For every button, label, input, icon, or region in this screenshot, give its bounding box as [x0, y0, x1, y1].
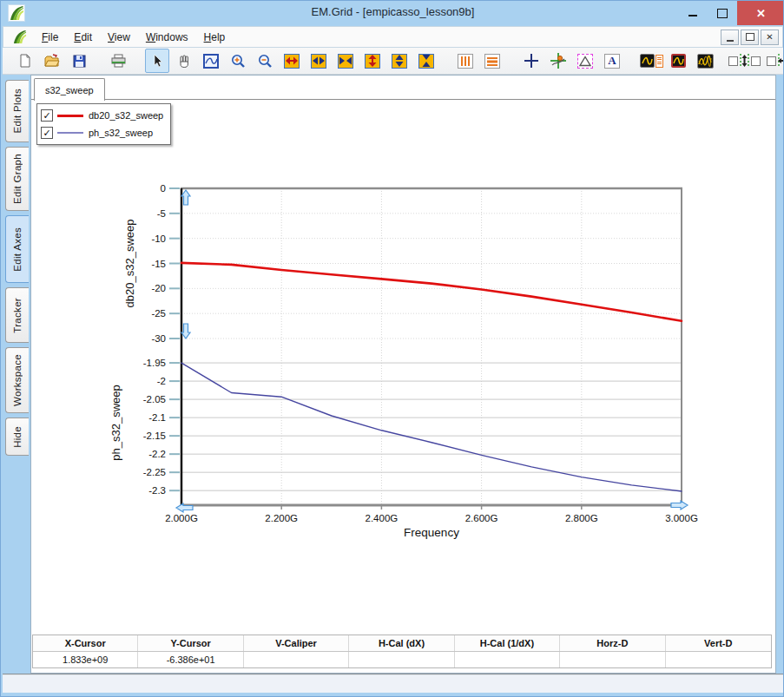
delta-marker-button[interactable]	[573, 49, 597, 73]
maximize-button[interactable]	[708, 1, 737, 25]
legend-line-sample	[57, 132, 83, 134]
y-tick-label: -2	[157, 376, 166, 386]
mdi-window-controls: ✕	[721, 30, 779, 45]
sidebar-tab-label: Tracker	[12, 298, 23, 333]
new-document-button[interactable]	[13, 49, 37, 73]
collapse-vertical-button[interactable]	[414, 49, 438, 73]
y-tick-label: -5	[157, 208, 166, 219]
legend-item-db20_s32_sweep: ✓db20_s32_sweep	[41, 107, 163, 124]
x-tick-label: 2.400G	[366, 513, 399, 523]
close-icon: ✕	[756, 7, 766, 20]
mdi-minimize-button[interactable]	[721, 30, 739, 45]
axis-handle-y-middle[interactable]	[181, 324, 190, 339]
mdi-close-icon: ✕	[766, 32, 773, 42]
cursor-col-value	[349, 652, 454, 667]
tab-label: s32_sweep	[45, 85, 94, 95]
pan-hand-button[interactable]	[172, 49, 196, 73]
y-tick-label: -2.2	[148, 449, 166, 459]
x-axis-title: Frequency	[404, 526, 459, 539]
expand-vertical-button[interactable]	[360, 49, 385, 73]
cursor-col-value: -6.386e+01	[138, 652, 243, 667]
y-tick-label: -25	[151, 308, 166, 319]
print-button[interactable]	[106, 49, 130, 73]
y-tick-label: -20	[151, 283, 166, 293]
menu-view[interactable]: View	[100, 29, 138, 46]
zoom-out-button[interactable]	[253, 49, 277, 73]
y-tick-label: -2.05	[143, 394, 166, 404]
cursor-col-header: Horz-D	[560, 635, 665, 651]
sidebar-tab-label: Edit Graph	[12, 154, 23, 204]
y-tick-label: -2.25	[143, 467, 166, 477]
axis-handle-x-right[interactable]	[671, 501, 688, 510]
spread-vertical-button[interactable]	[387, 49, 412, 73]
cursor-col-header: V-Caliper	[244, 635, 349, 651]
mdi-minimize-icon	[727, 40, 734, 42]
sidebar-tab-edit-plots[interactable]: Edit Plots	[5, 80, 29, 142]
app-leaf-icon-small	[12, 30, 27, 44]
zoom-region-button[interactable]	[199, 49, 223, 73]
menu-file[interactable]: File	[34, 29, 66, 46]
legend-item-ph_s32_sweep: ✓ph_s32_sweep	[41, 124, 163, 141]
app-window: EM.Grid - [empicasso_lesson9b] ✕ FileEdi…	[0, 0, 784, 697]
text-annotation-button[interactable]: A	[600, 49, 624, 73]
cursor-col-value	[560, 652, 665, 667]
plot-chart: 0-5-10-15-20-25-30db20_s32_sweep-1.95-2-…	[33, 99, 776, 585]
legend-line-sample	[57, 115, 83, 117]
sidebar-tab-workspace[interactable]: Workspace	[5, 347, 29, 413]
x-tick-label: 2.200G	[265, 513, 298, 523]
sidebar-tab-tracker[interactable]: Tracker	[5, 287, 29, 343]
cursor-col-value	[666, 652, 771, 667]
y-tick-label: -15	[151, 259, 166, 269]
x-tick-label: 2.800G	[565, 513, 598, 523]
cursor-col-header: H-Cal (dX)	[349, 635, 454, 651]
horizontal-stripes-button[interactable]	[480, 49, 504, 73]
single-plot-button[interactable]	[666, 49, 690, 73]
save-file-button[interactable]	[67, 49, 91, 73]
menu-windows[interactable]: Windows	[138, 29, 196, 46]
x-tick-label: 3.000G	[665, 513, 698, 523]
sidebar-tab-edit-graph[interactable]: Edit Graph	[5, 147, 29, 211]
cursor-col-header: H-Cal (1/dX)	[455, 635, 560, 651]
mdi-restore-button[interactable]	[741, 30, 759, 45]
sidebar-tab-edit-axes[interactable]: Edit Axes	[5, 215, 29, 283]
minimize-icon	[688, 15, 697, 16]
tab-s32_sweep[interactable]: s32_sweep	[34, 78, 105, 101]
tracker-button[interactable]	[546, 49, 570, 73]
x-tick-label: 2.000G	[165, 513, 198, 523]
legend-checkbox[interactable]: ✓	[41, 109, 53, 122]
zoom-in-button[interactable]	[226, 49, 250, 73]
y-tick-label: 0	[161, 183, 166, 194]
minimize-button[interactable]	[678, 1, 708, 25]
menu-items: FileEditViewWindowsHelp	[34, 29, 233, 46]
cursor-col-header: Vert-D	[666, 635, 771, 651]
legend-checkbox[interactable]: ✓	[41, 127, 53, 139]
legend-toggle-button[interactable]	[639, 49, 663, 73]
select-cursor-button[interactable]	[145, 49, 169, 73]
open-file-button[interactable]	[40, 49, 64, 73]
crosshair-button[interactable]	[519, 49, 544, 73]
plot-client-area: s32_sweep ✓db20_s32_sweep✓ph_s32_sweep 0…	[30, 75, 776, 674]
mdi-close-button[interactable]: ✕	[761, 30, 779, 45]
plot-legend: ✓db20_s32_sweep✓ph_s32_sweep	[36, 103, 171, 145]
axis-handle-y-top[interactable]	[181, 190, 190, 205]
menu-edit[interactable]: Edit	[66, 29, 100, 46]
tile-horizontal-button[interactable]	[771, 49, 784, 73]
mdi-restore-icon	[746, 33, 754, 41]
sidebar-tab-hide[interactable]: Hide	[5, 418, 29, 456]
vertical-stripes-button[interactable]	[453, 49, 478, 73]
sidebar-tab-label: Edit Plots	[12, 89, 23, 134]
titlebar[interactable]: EM.Grid - [empicasso_lesson9b] ✕	[1, 1, 784, 25]
menu-help[interactable]: Help	[196, 29, 234, 46]
close-button[interactable]: ✕	[737, 1, 784, 25]
y-tick-label: -1.95	[143, 358, 166, 368]
window-bottom-frame	[3, 674, 783, 693]
y-tick-label: -2.3	[148, 485, 166, 496]
multi-plot-button[interactable]	[693, 49, 717, 73]
collapse-horizontal-button[interactable]	[333, 49, 358, 73]
cursor-col-value	[455, 652, 560, 667]
toolbar: ALayout▾	[3, 48, 783, 75]
spread-horizontal-button[interactable]	[306, 49, 331, 73]
tile-vertical-button[interactable]	[732, 49, 756, 73]
expand-horizontal-button[interactable]	[280, 49, 304, 73]
main-area: Edit PlotsEdit GraphEdit AxesTrackerWork…	[1, 75, 784, 674]
